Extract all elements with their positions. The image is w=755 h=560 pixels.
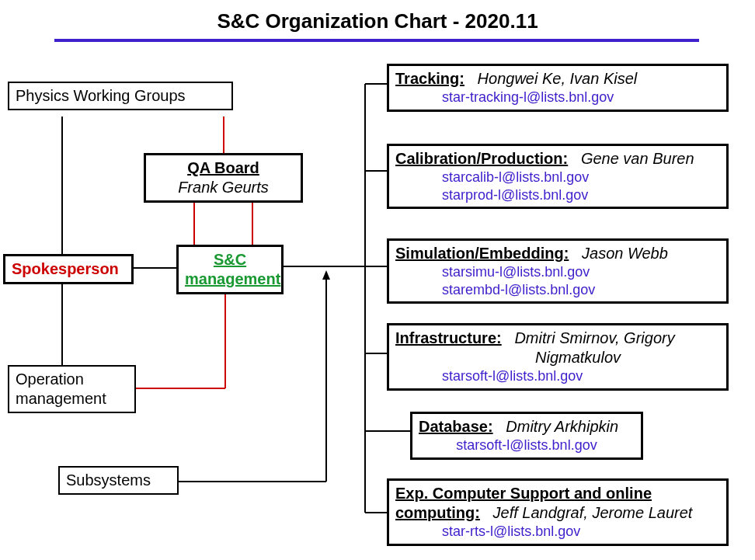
db-email-0: starsoft-l@lists.bnl.gov [419,437,635,454]
tracking-email-0: star-tracking-l@lists.bnl.gov [395,89,720,106]
area-sim: Simulation/Embedding: Jason Webb starsim… [387,238,729,304]
node-sc-mgmt: S&C management [176,245,284,294]
infra-title: Infrastructure: [395,329,502,346]
node-pwg: Physics Working Groups [8,82,233,110]
subsystems-label: Subsystems [66,471,151,489]
node-subsystems: Subsystems [58,466,179,495]
title-underline [54,39,699,42]
tracking-people: Hongwei Ke, Ivan Kisel [478,70,638,87]
sc-mgmt-title2: management [185,270,280,287]
area-calib: Calibration/Production: Gene van Buren s… [387,144,729,209]
infra-email-0: starsoft-l@lists.bnl.gov [395,367,720,385]
ecs-title2: computing: [395,504,480,521]
db-people: Dmitry Arkhipkin [506,418,618,435]
tracking-title: Tracking: [395,70,464,87]
sc-mgmt-title: S&C [214,251,246,268]
sim-title: Simulation/Embedding: [395,245,569,262]
op-mgmt-l2: management [16,390,106,407]
qa-board-person: Frank Geurts [178,179,269,196]
node-spokesperson: Spokesperson [3,254,134,284]
node-qa-board: QA Board Frank Geurts [144,153,303,203]
infra-people: Dmitri Smirnov, Grigory [514,329,674,346]
qa-board-title: QA Board [187,159,259,176]
page-title: S&C Organization Chart - 2020.11 [0,9,755,33]
area-infra: Infrastructure: Dmitri Smirnov, Grigory … [387,323,729,391]
pwg-label: Physics Working Groups [16,87,186,104]
calib-people: Gene van Buren [581,150,694,167]
sim-email-1: starembd-l@lists.bnl.gov [395,281,720,299]
calib-email-0: starcalib-l@lists.bnl.gov [395,169,720,186]
area-ecs: Exp. Computer Support and online computi… [387,478,729,546]
ecs-title: Exp. Computer Support and online [395,485,652,502]
ecs-people: Jeff Landgraf, Jerome Lauret [493,504,693,521]
calib-title: Calibration/Production: [395,150,568,167]
svg-marker-10 [322,270,330,280]
area-db: Database: Dmitry Arkhipkin starsoft-l@li… [410,412,643,460]
op-mgmt-l1: Operation [16,370,84,388]
db-title: Database: [419,418,493,435]
sim-people: Jason Webb [582,245,668,262]
node-op-mgmt: Operation management [8,365,136,413]
area-tracking: Tracking: Hongwei Ke, Ivan Kisel star-tr… [387,64,729,112]
ecs-email-0: star-rts-l@lists.bnl.gov [395,523,720,541]
sim-email-0: starsimu-l@lists.bnl.gov [395,263,720,281]
infra-people2: Nigmatkulov [395,349,621,366]
calib-email-1: starprod-l@lists.bnl.gov [395,186,720,204]
spokesperson-label: Spokesperson [12,260,119,277]
